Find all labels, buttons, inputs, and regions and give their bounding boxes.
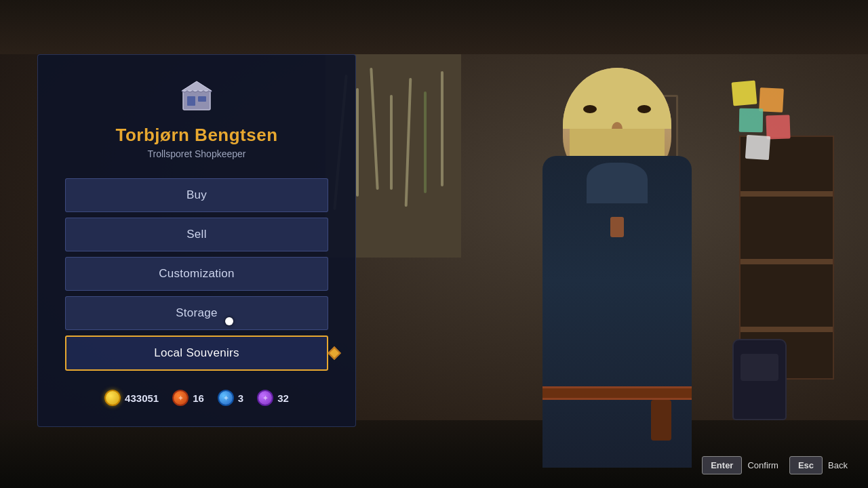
tool-decoration <box>424 92 427 193</box>
currency-bar: 433051 16 3 32 <box>104 390 289 406</box>
currency-orange-amount: 16 <box>193 392 204 404</box>
menu-buttons: Buy Sell Customization Storage Local Sou… <box>65 178 328 371</box>
back-control: Esc Back <box>789 456 848 474</box>
sell-button[interactable]: Sell <box>65 218 328 251</box>
bottom-controls: Enter Confirm Esc Back <box>702 456 848 474</box>
ceiling <box>0 0 868 54</box>
shelf-board <box>741 327 833 332</box>
sticky-note <box>745 135 770 160</box>
character-hair <box>563 68 671 129</box>
shelf-board <box>741 191 833 197</box>
sticky-note <box>739 108 764 133</box>
sticky-note <box>732 81 757 106</box>
floor <box>0 420 868 488</box>
sticky-notes-area <box>732 81 800 163</box>
tool-decoration <box>390 95 393 190</box>
npc-character <box>502 68 732 461</box>
local-souvenirs-button[interactable]: Local Souvenirs <box>65 336 328 371</box>
currency-orange: 16 <box>172 390 204 406</box>
currency-purple: 32 <box>257 390 289 406</box>
character-holster <box>651 400 671 441</box>
confirm-label: Confirm <box>747 460 778 470</box>
tool-decoration <box>370 68 378 190</box>
active-indicator <box>328 346 341 360</box>
menu-panel: Torbjørn Bengtsen Trollsporet Shopkeeper… <box>37 54 356 427</box>
svg-rect-2 <box>198 96 206 102</box>
currency-gold: 433051 <box>104 390 159 406</box>
currency-purple-amount: 32 <box>277 392 289 404</box>
confirm-control: Enter Confirm <box>702 456 778 474</box>
backpack-pocket <box>741 354 778 381</box>
coin-orange-icon <box>172 390 189 406</box>
currency-gold-amount: 433051 <box>125 392 159 404</box>
shop-icon <box>175 75 218 114</box>
shelf-board <box>741 259 833 264</box>
enter-key: Enter <box>702 456 742 474</box>
esc-key: Esc <box>789 456 823 474</box>
character-body <box>542 156 692 468</box>
backpack <box>732 339 787 420</box>
currency-blue: 3 <box>218 390 243 406</box>
tool-decoration <box>441 71 443 186</box>
customization-button[interactable]: Customization <box>65 257 328 291</box>
character-pendant <box>610 217 624 237</box>
tool-decoration <box>405 78 412 207</box>
character-scarf <box>587 163 648 203</box>
buy-button[interactable]: Buy <box>65 178 328 212</box>
svg-rect-1 <box>187 96 195 106</box>
coin-purple-icon <box>257 390 273 406</box>
tool-decoration <box>356 88 359 197</box>
storage-button[interactable]: Storage <box>65 296 328 330</box>
character-belt <box>542 386 692 400</box>
coin-gold-icon <box>104 390 121 406</box>
npc-name: Torbjørn Bengtsen <box>115 125 277 146</box>
currency-blue-amount: 3 <box>238 392 243 404</box>
coin-blue-icon <box>218 390 234 406</box>
sticky-note <box>766 115 790 139</box>
back-label: Back <box>828 460 848 470</box>
npc-subtitle: Trollsporet Shopkeeper <box>147 148 245 159</box>
character-eye-left <box>583 105 597 113</box>
character-eye-right <box>637 105 651 113</box>
